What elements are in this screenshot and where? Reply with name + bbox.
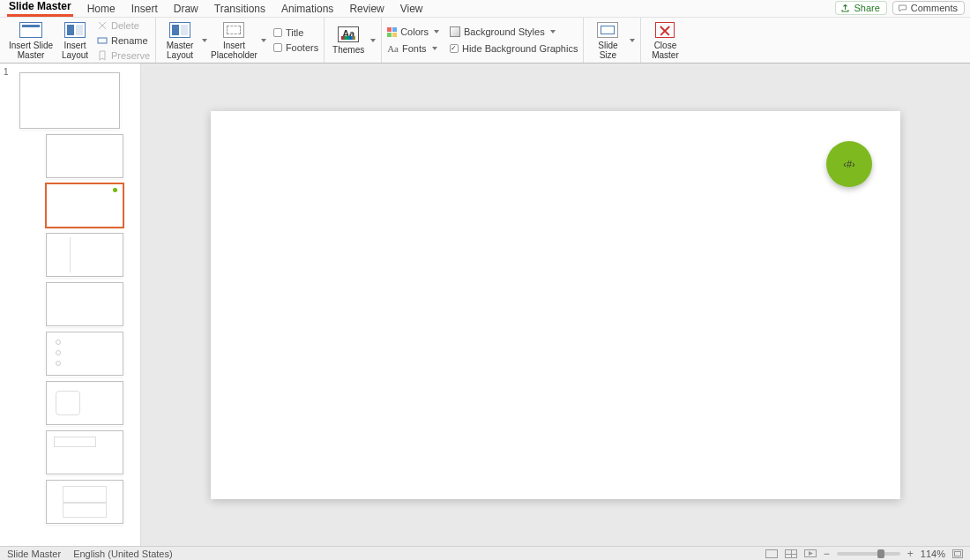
placeholder-icon xyxy=(223,22,244,38)
chevron-down-icon[interactable] xyxy=(202,39,207,42)
comment-icon xyxy=(898,4,907,13)
checkbox-icon xyxy=(273,28,282,37)
hide-background-checkbox[interactable]: Hide Background Graphics xyxy=(450,42,578,56)
tab-animations[interactable]: Animations xyxy=(280,1,335,17)
colors-dropdown[interactable]: Colors xyxy=(387,26,439,39)
svg-rect-0 xyxy=(98,38,107,43)
comments-button[interactable]: Comments xyxy=(892,1,965,15)
preserve-icon xyxy=(97,50,108,61)
insert-slide-master-button[interactable]: Insert Slide Master xyxy=(9,20,53,60)
layout-thumbnail-5[interactable] xyxy=(46,332,123,376)
colors-icon xyxy=(387,27,397,37)
chevron-down-icon xyxy=(432,47,437,50)
group-edit-master: Insert Slide Master Insert Layout Delete… xyxy=(4,18,156,63)
slideshow-view-button[interactable] xyxy=(804,549,817,558)
chevron-down-icon[interactable] xyxy=(370,39,376,42)
rename-icon xyxy=(97,35,108,46)
share-button[interactable]: Share xyxy=(835,1,886,15)
group-edit-theme: Aa Themes xyxy=(325,18,382,63)
share-icon xyxy=(840,4,850,13)
slide-sorter-view-button[interactable] xyxy=(785,549,797,558)
tab-view[interactable]: View xyxy=(399,1,425,17)
slide-layout-editor[interactable]: ‹#› xyxy=(211,111,900,499)
slide-number-glyph: ‹#› xyxy=(843,159,854,169)
tab-review[interactable]: Review xyxy=(347,1,385,17)
master-thumbnail[interactable] xyxy=(19,72,120,129)
slide-canvas-area[interactable]: ‹#› xyxy=(141,63,970,546)
tab-transitions[interactable]: Transitions xyxy=(213,1,267,17)
slide-size-icon xyxy=(597,22,618,38)
insert-layout-button[interactable]: Insert Layout xyxy=(56,20,93,60)
ribbon-tabs: Slide Master Home Insert Draw Transition… xyxy=(0,0,970,18)
zoom-out-button[interactable]: − xyxy=(824,549,830,559)
tab-slide-master[interactable]: Slide Master xyxy=(7,0,73,17)
chevron-down-icon[interactable] xyxy=(630,39,635,42)
fonts-dropdown[interactable]: Aa Fonts xyxy=(387,42,439,56)
tab-insert[interactable]: Insert xyxy=(130,1,160,17)
checkbox-icon xyxy=(450,44,459,53)
slide-master-icon xyxy=(19,22,42,38)
delete-icon xyxy=(97,20,108,31)
comments-label: Comments xyxy=(911,3,958,13)
layout-thumbnail-8[interactable] xyxy=(46,480,123,524)
layout-thumbnail-4[interactable] xyxy=(46,282,123,326)
zoom-slider[interactable] xyxy=(837,552,900,556)
share-label: Share xyxy=(854,3,879,13)
status-language[interactable]: English (United States) xyxy=(73,549,173,559)
master-index: 1 xyxy=(4,67,9,77)
work-area: 1 ‹#› xyxy=(0,63,970,546)
layout-thumbnail-2-selected[interactable] xyxy=(46,183,123,228)
checkbox-icon xyxy=(273,43,282,52)
close-master-button[interactable]: Close Master xyxy=(646,20,683,60)
chevron-down-icon xyxy=(550,30,556,34)
status-bar: Slide Master English (United States) − +… xyxy=(0,546,970,560)
group-close: Close Master xyxy=(641,18,689,63)
layout-thumbnail-6[interactable] xyxy=(46,381,123,425)
chevron-down-icon[interactable] xyxy=(261,39,266,42)
normal-view-button[interactable] xyxy=(765,549,778,558)
ribbon: Insert Slide Master Insert Layout Delete… xyxy=(0,18,970,63)
layout-icon xyxy=(64,22,86,38)
group-size: Slide Size xyxy=(584,18,641,63)
zoom-in-button[interactable]: + xyxy=(907,549,914,559)
slide-size-button[interactable]: Slide Size xyxy=(589,20,635,60)
themes-button[interactable]: Aa Themes xyxy=(330,25,376,56)
themes-icon: Aa xyxy=(338,26,359,42)
layout-thumbnail-3[interactable] xyxy=(46,233,123,277)
tab-home[interactable]: Home xyxy=(86,1,117,17)
preserve-button[interactable]: Preserve xyxy=(97,49,150,62)
layout-thumbnail-1[interactable] xyxy=(46,134,123,178)
tab-draw[interactable]: Draw xyxy=(172,1,200,17)
fonts-icon: Aa xyxy=(387,43,399,54)
background-styles-icon xyxy=(450,26,460,37)
background-styles-dropdown[interactable]: Background Styles xyxy=(450,26,578,39)
group-background: Colors Aa Fonts Background Styles Hide B… xyxy=(382,18,584,63)
close-icon xyxy=(655,22,675,38)
zoom-slider-handle[interactable] xyxy=(877,549,884,558)
master-layout-icon xyxy=(169,22,190,38)
layout-thumbnail-7[interactable] xyxy=(46,430,123,474)
title-checkbox[interactable]: Title xyxy=(273,26,318,40)
delete-layout-button[interactable]: Delete xyxy=(97,19,150,32)
group-master-layout: Master Layout Insert Placeholder Title F… xyxy=(156,18,325,63)
footers-checkbox[interactable]: Footers xyxy=(273,41,318,55)
status-mode: Slide Master xyxy=(7,549,61,559)
insert-placeholder-button[interactable]: Insert Placeholder xyxy=(211,20,266,60)
rename-layout-button[interactable]: Rename xyxy=(97,34,150,47)
slide-number-placeholder[interactable]: ‹#› xyxy=(826,141,872,187)
play-icon xyxy=(804,549,817,558)
chevron-down-icon xyxy=(434,30,439,34)
zoom-percent[interactable]: 114% xyxy=(921,549,945,559)
fit-to-window-button[interactable] xyxy=(952,549,963,558)
master-layout-button[interactable]: Master Layout xyxy=(161,20,207,60)
slide-master-pane[interactable]: 1 xyxy=(0,63,141,546)
